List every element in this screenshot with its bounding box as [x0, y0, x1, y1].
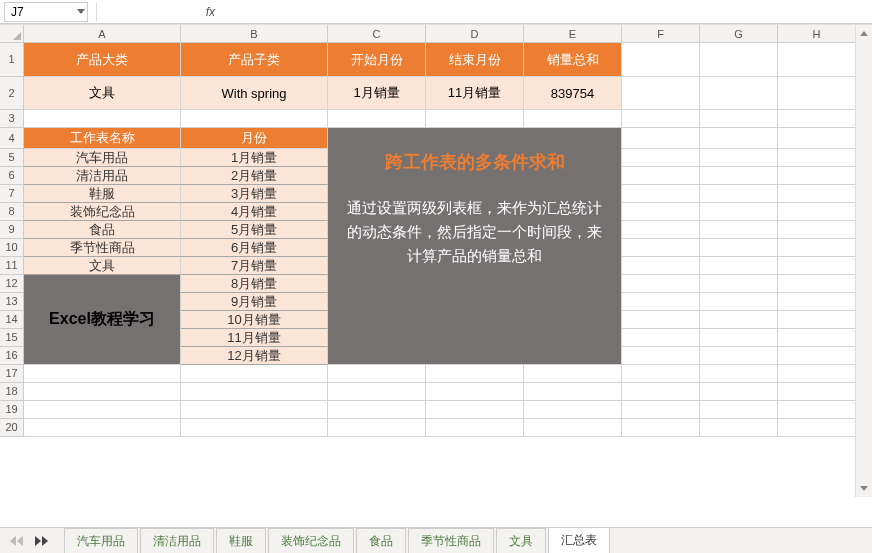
chevron-down-icon[interactable] — [77, 9, 85, 14]
row-header-14[interactable]: 14 — [0, 311, 24, 329]
cell-bg[interactable] — [700, 329, 778, 347]
cell-bg[interactable] — [24, 365, 181, 383]
cell-bg[interactable] — [700, 239, 778, 257]
col-header-F[interactable]: F — [622, 25, 700, 43]
hdr4-A[interactable]: 工作表名称 — [24, 128, 181, 149]
cell-bg[interactable] — [622, 203, 700, 221]
cell-bg[interactable] — [778, 275, 856, 293]
cell-bg[interactable] — [524, 365, 622, 383]
month-10[interactable]: 11月销量 — [181, 329, 328, 347]
row-header-13[interactable]: 13 — [0, 293, 24, 311]
cell-bg[interactable] — [622, 401, 700, 419]
sheetname-0[interactable]: 汽车用品 — [24, 149, 181, 167]
description-box[interactable]: 跨工作表的多条件求和通过设置两级列表框，来作为汇总统计的动态条件，然后指定一个时… — [328, 128, 622, 365]
month-5[interactable]: 6月销量 — [181, 239, 328, 257]
cell-bg[interactable] — [778, 110, 856, 128]
row-header-20[interactable]: 20 — [0, 419, 24, 437]
cell-bg[interactable] — [700, 347, 778, 365]
cell-bg[interactable] — [622, 329, 700, 347]
row-header-15[interactable]: 15 — [0, 329, 24, 347]
cell-bg[interactable] — [778, 347, 856, 365]
cell-bg[interactable] — [524, 383, 622, 401]
select-all-triangle[interactable] — [0, 25, 24, 43]
month-3[interactable]: 4月销量 — [181, 203, 328, 221]
col-header-A[interactable]: A — [24, 25, 181, 43]
cell-bg[interactable] — [700, 128, 778, 149]
cell-bg[interactable] — [778, 383, 856, 401]
cell-bg[interactable] — [426, 365, 524, 383]
month-11[interactable]: 12月销量 — [181, 347, 328, 365]
row-header-7[interactable]: 7 — [0, 185, 24, 203]
cell-bg[interactable] — [181, 401, 328, 419]
col-header-E[interactable]: E — [524, 25, 622, 43]
sheetname-6[interactable]: 文具 — [24, 257, 181, 275]
cell-bg[interactable] — [778, 128, 856, 149]
cell-bg[interactable] — [622, 347, 700, 365]
scroll-down-icon[interactable] — [856, 480, 872, 497]
cell-bg[interactable] — [622, 239, 700, 257]
hdr1-B[interactable]: 产品子类 — [181, 43, 328, 77]
name-box[interactable]: J7 — [4, 2, 88, 22]
row-header-4[interactable]: 4 — [0, 128, 24, 149]
hdr4-B[interactable]: 月份 — [181, 128, 328, 149]
cell-bg[interactable] — [24, 419, 181, 437]
month-7[interactable]: 8月销量 — [181, 275, 328, 293]
row-header-9[interactable]: 9 — [0, 221, 24, 239]
cell-bg[interactable] — [778, 43, 856, 77]
cell-bg[interactable] — [622, 167, 700, 185]
cell-bg[interactable] — [328, 383, 426, 401]
cell-bg[interactable] — [328, 365, 426, 383]
row2-B[interactable]: With spring — [181, 77, 328, 110]
hdr1-E[interactable]: 销量总和 — [524, 43, 622, 77]
cell-bg[interactable] — [778, 329, 856, 347]
cell-bg[interactable] — [778, 185, 856, 203]
cell-bg[interactable] — [328, 110, 426, 128]
month-2[interactable]: 3月销量 — [181, 185, 328, 203]
cell-bg[interactable] — [328, 419, 426, 437]
month-9[interactable]: 10月销量 — [181, 311, 328, 329]
vertical-scrollbar[interactable] — [855, 25, 872, 497]
col-header-C[interactable]: C — [328, 25, 426, 43]
cell-bg[interactable] — [426, 401, 524, 419]
row2-E[interactable]: 839754 — [524, 77, 622, 110]
cell-bg[interactable] — [778, 239, 856, 257]
row-header-17[interactable]: 17 — [0, 365, 24, 383]
cell-bg[interactable] — [700, 257, 778, 275]
cell-bg[interactable] — [700, 185, 778, 203]
fx-icon[interactable]: fx — [105, 5, 215, 19]
month-6[interactable]: 7月销量 — [181, 257, 328, 275]
cell-bg[interactable] — [778, 167, 856, 185]
row-header-12[interactable]: 12 — [0, 275, 24, 293]
col-header-B[interactable]: B — [181, 25, 328, 43]
cell-bg[interactable] — [778, 203, 856, 221]
col-header-G[interactable]: G — [700, 25, 778, 43]
row-header-11[interactable]: 11 — [0, 257, 24, 275]
hdr1-C[interactable]: 开始月份 — [328, 43, 426, 77]
cell-bg[interactable] — [181, 383, 328, 401]
cell-bg[interactable] — [778, 293, 856, 311]
cell-bg[interactable] — [700, 77, 778, 110]
row2-D[interactable]: 11月销量 — [426, 77, 524, 110]
cell-bg[interactable] — [700, 149, 778, 167]
row-header-19[interactable]: 19 — [0, 401, 24, 419]
row-header-18[interactable]: 18 — [0, 383, 24, 401]
cell-bg[interactable] — [622, 77, 700, 110]
cell-bg[interactable] — [426, 419, 524, 437]
cell-bg[interactable] — [24, 383, 181, 401]
cell-bg[interactable] — [700, 167, 778, 185]
cell-bg[interactable] — [700, 365, 778, 383]
cell-bg[interactable] — [181, 419, 328, 437]
cell-bg[interactable] — [181, 110, 328, 128]
cell-bg[interactable] — [622, 43, 700, 77]
cell-bg[interactable] — [426, 383, 524, 401]
row-header-1[interactable]: 1 — [0, 43, 24, 77]
cell-bg[interactable] — [24, 110, 181, 128]
cell-bg[interactable] — [700, 401, 778, 419]
month-0[interactable]: 1月销量 — [181, 149, 328, 167]
scroll-up-icon[interactable] — [856, 25, 872, 42]
sheetname-3[interactable]: 装饰纪念品 — [24, 203, 181, 221]
cell-bg[interactable] — [622, 365, 700, 383]
month-8[interactable]: 9月销量 — [181, 293, 328, 311]
row2-A[interactable]: 文具 — [24, 77, 181, 110]
cell-bg[interactable] — [700, 275, 778, 293]
